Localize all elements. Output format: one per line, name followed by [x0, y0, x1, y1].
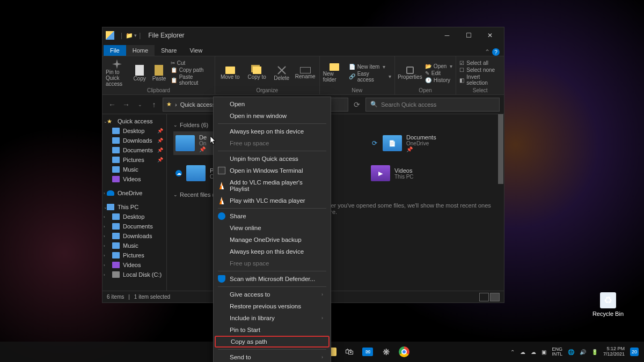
- cm-include-library[interactable]: Include in library›: [214, 312, 331, 324]
- open-button[interactable]: 📂Open▾: [425, 63, 452, 69]
- tray-meet-icon[interactable]: ▣: [541, 349, 546, 355]
- tray-battery-icon[interactable]: 🔋: [591, 349, 598, 355]
- tray-network-icon[interactable]: 🌐: [568, 349, 574, 355]
- cm-open-terminal[interactable]: Open in Windows Terminal: [214, 165, 331, 176]
- refresh-button[interactable]: ⟳: [352, 99, 362, 110]
- tray-onedrive-icon[interactable]: ☁: [520, 349, 525, 355]
- details-view-button[interactable]: [479, 293, 489, 301]
- thumbnails-view-button[interactable]: [490, 293, 500, 301]
- ribbon-collapse-icon[interactable]: ⌃: [485, 48, 490, 56]
- expand-icon[interactable]: ›: [104, 253, 105, 258]
- cm-unpin[interactable]: Unpin from Quick access: [214, 153, 331, 165]
- expand-icon[interactable]: ›: [104, 215, 105, 219]
- sidebar-pc-downloads[interactable]: ›Downloads: [103, 231, 166, 241]
- sidebar-pictures[interactable]: Pictures📌: [103, 155, 166, 165]
- expand-icon[interactable]: ›: [104, 234, 105, 239]
- copy-path-button[interactable]: 📋Copy path: [171, 67, 211, 73]
- paste-button[interactable]: Paste: [151, 58, 167, 87]
- nav-forward-button[interactable]: →: [121, 99, 131, 110]
- tab-share[interactable]: Share: [155, 45, 183, 56]
- cm-keep-on-device[interactable]: Always keep on this device: [214, 125, 331, 137]
- folder-item-documents[interactable]: ⟳ 📄 DocumentsOneDrive📌: [369, 131, 460, 155]
- language-indicator[interactable]: ENGINTL: [552, 347, 562, 357]
- sidebar-onedrive[interactable]: ›OneDrive: [103, 188, 166, 198]
- cm-restore-versions[interactable]: Restore previous versions: [214, 300, 331, 312]
- select-none-button[interactable]: ☐Select none: [459, 67, 501, 73]
- tab-home[interactable]: Home: [126, 45, 155, 56]
- tab-view[interactable]: View: [183, 45, 209, 56]
- cut-button[interactable]: ✂Cut: [171, 60, 211, 66]
- sidebar-pc-documents[interactable]: ›Documents: [103, 221, 166, 231]
- minimize-button[interactable]: ─: [436, 27, 458, 43]
- sidebar-pc-desktop[interactable]: ›Desktop: [103, 212, 166, 221]
- cm-view-online[interactable]: View online: [214, 222, 331, 234]
- titlebar-dropdown-icon[interactable]: ▾: [134, 33, 137, 38]
- cm-copy-as-path[interactable]: Copy as path: [215, 336, 330, 348]
- expand-icon[interactable]: ›: [104, 263, 105, 268]
- breadcrumb-location[interactable]: Quick access: [180, 101, 215, 108]
- invert-selection-button[interactable]: ◧Invert selection: [459, 74, 501, 86]
- notification-button[interactable]: 20: [630, 348, 639, 356]
- easy-access-button[interactable]: 🔗Easy access▾: [349, 71, 391, 83]
- sidebar-local-disk[interactable]: ›Local Disk (C:): [103, 270, 166, 279]
- mail-button[interactable]: ✉: [362, 346, 374, 358]
- paste-shortcut-button[interactable]: 📋Paste shortcut: [171, 74, 211, 86]
- new-folder-button[interactable]: New folder: [323, 58, 346, 87]
- sidebar-quick-access[interactable]: ⌄★Quick access: [103, 116, 166, 126]
- sidebar-desktop[interactable]: Desktop📌: [103, 126, 166, 136]
- system-clock[interactable]: 5:12 PM7/12/2021: [603, 346, 625, 357]
- cm-vlc-play[interactable]: Play with VLC media player: [214, 195, 331, 206]
- nav-up-button[interactable]: ↑: [149, 99, 159, 110]
- expand-icon[interactable]: ›: [104, 191, 105, 196]
- cm-vlc-add[interactable]: Add to VLC media player's Playlist: [214, 176, 331, 195]
- sidebar-videos[interactable]: Videos: [103, 174, 166, 184]
- search-field[interactable]: 🔍 Search Quick access: [365, 98, 500, 112]
- tray-volume-icon[interactable]: 🔊: [580, 349, 586, 355]
- cm-pin-start[interactable]: Pin to Start: [214, 324, 331, 336]
- expand-icon[interactable]: ›: [104, 224, 105, 229]
- cm-manage-backup[interactable]: Manage OneDrive backup: [214, 234, 331, 246]
- breadcrumb-chevron[interactable]: ›: [175, 101, 177, 108]
- cm-share[interactable]: Share: [214, 210, 331, 222]
- expand-icon[interactable]: ›: [104, 272, 105, 277]
- titlebar[interactable]: | 📁 ▾ | File Explorer ─ ☐ ✕: [103, 27, 504, 43]
- sidebar-this-pc[interactable]: ⌄This PC: [103, 202, 166, 212]
- sidebar-music[interactable]: Music: [103, 165, 166, 174]
- copy-button[interactable]: Copy: [131, 58, 148, 87]
- expand-icon[interactable]: ⌄: [104, 205, 107, 210]
- sidebar-documents[interactable]: Documents📌: [103, 145, 166, 155]
- sidebar-pc-videos[interactable]: ›Videos: [103, 260, 166, 270]
- move-to-button[interactable]: Move to: [218, 58, 242, 87]
- cm-scan-defender[interactable]: Scan with Microsoft Defender...: [214, 273, 331, 285]
- properties-button[interactable]: Properties: [398, 58, 422, 87]
- store-button[interactable]: 🛍: [343, 346, 355, 358]
- help-icon[interactable]: ?: [492, 48, 500, 56]
- close-button[interactable]: ✕: [479, 27, 501, 43]
- chrome-button[interactable]: [398, 346, 410, 358]
- cm-send-to[interactable]: Send to›: [214, 351, 331, 362]
- recycle-bin[interactable]: ♻ Recycle Bin: [592, 292, 624, 317]
- select-all-button[interactable]: ☑Select all: [459, 60, 501, 66]
- copy-to-button[interactable]: Copy to: [245, 58, 269, 87]
- rename-button[interactable]: Rename: [295, 58, 316, 87]
- sidebar-pc-pictures[interactable]: ›Pictures: [103, 250, 166, 260]
- cm-open[interactable]: Open: [214, 98, 331, 110]
- tab-file[interactable]: File: [104, 45, 126, 56]
- cm-open-new-window[interactable]: Open in new window: [214, 110, 331, 122]
- expand-icon[interactable]: ⌄: [104, 119, 107, 124]
- slack-button[interactable]: ❋: [380, 346, 392, 358]
- delete-button[interactable]: Delete: [272, 58, 291, 87]
- sidebar-pc-music[interactable]: ›Music: [103, 241, 166, 250]
- nav-recent-button[interactable]: ⌄: [135, 99, 145, 110]
- pin-quick-access-button[interactable]: Pin to Quick access: [106, 58, 128, 87]
- navigation-sidebar[interactable]: ⌄★Quick access Desktop📌 Downloads📌 Docum…: [103, 114, 167, 291]
- folder-item-videos[interactable]: ▶ VideosThis PC: [369, 161, 460, 185]
- history-button[interactable]: 🕑History: [425, 77, 452, 83]
- cm-give-access[interactable]: Give access to›: [214, 289, 331, 300]
- cm-keep-on-device-2[interactable]: Always keep on this device: [214, 246, 331, 257]
- tray-chevron-icon[interactable]: ⌃: [510, 349, 515, 355]
- expand-icon[interactable]: ›: [104, 243, 105, 248]
- maximize-button[interactable]: ☐: [458, 27, 479, 43]
- new-item-button[interactable]: 📄New item▾: [349, 64, 391, 70]
- nav-back-button[interactable]: ←: [107, 99, 118, 110]
